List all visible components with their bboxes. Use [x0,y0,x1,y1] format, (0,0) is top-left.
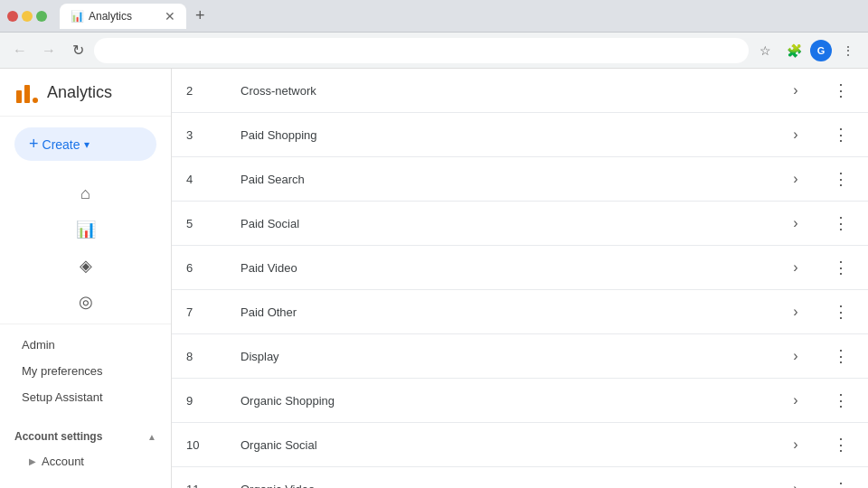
row-more-button[interactable]: ⋮ [828,166,854,192]
row-expand-cell[interactable]: › [778,246,814,290]
row-more-button[interactable]: ⋮ [828,476,854,488]
plus-icon: + [29,135,39,154]
chevron-right-icon[interactable]: › [793,215,797,230]
row-expand-cell[interactable]: › [778,423,814,467]
table-row[interactable]: 5Paid Social›⋮ [172,202,868,246]
chevron-right-icon[interactable]: › [793,304,797,319]
row-expand-cell[interactable]: › [778,290,814,334]
table-row[interactable]: 10Organic Social›⋮ [172,423,868,467]
browser-chrome: 📊 Analytics ✕ + [0,0,868,33]
more-options-icon[interactable]: ⋮ [835,38,861,63]
row-expand-cell[interactable]: › [778,379,814,423]
sidebar-explore-icon[interactable]: ◈ [68,248,104,284]
row-more-button[interactable]: ⋮ [828,211,854,236]
table-row[interactable]: 11Organic Video›⋮ [172,467,868,489]
row-number: 3 [172,113,226,157]
new-tab-button[interactable]: + [190,5,211,27]
chevron-right-icon[interactable]: › [793,82,797,98]
table-row[interactable]: 9Organic Shopping›⋮ [172,379,868,423]
row-menu-cell[interactable]: ⋮ [814,379,868,423]
table-row[interactable]: 8Display›⋮ [172,334,868,379]
row-expand-cell[interactable]: › [778,69,814,113]
row-menu-cell[interactable]: ⋮ [814,290,868,334]
tab-close-icon[interactable]: ✕ [165,9,175,23]
row-menu-cell[interactable]: ⋮ [814,113,868,157]
row-menu-cell[interactable]: ⋮ [814,157,868,202]
row-menu-cell[interactable]: ⋮ [814,202,868,246]
chevron-right-icon[interactable]: › [793,127,797,142]
row-menu-cell[interactable]: ⋮ [814,334,868,379]
sidebar-home-icon[interactable]: ⌂ [68,175,104,211]
row-more-button[interactable]: ⋮ [828,255,854,280]
table-row[interactable]: 7Paid Other›⋮ [172,290,868,334]
row-menu-cell[interactable]: ⋮ [814,246,868,290]
chevron-right-icon[interactable]: › [793,259,797,275]
tab-title: Analytics [89,10,132,23]
address-bar[interactable] [94,38,749,63]
svg-rect-0 [16,90,22,103]
table-row[interactable]: 2Cross-network›⋮ [172,69,868,113]
reload-button[interactable]: ↻ [65,38,90,63]
row-expand-cell[interactable]: › [778,334,814,379]
row-more-button[interactable]: ⋮ [828,122,854,147]
back-button[interactable]: ← [7,38,33,63]
minimize-button[interactable] [22,11,33,22]
row-expand-cell[interactable]: › [778,113,814,157]
row-number: 9 [172,379,226,423]
chevron-right-icon[interactable]: › [793,392,797,408]
channel-name: Display [226,334,778,379]
row-more-button[interactable]: ⋮ [828,299,854,324]
chevron-down-icon: ▾ [84,138,90,151]
row-number: 5 [172,202,226,246]
row-more-button[interactable]: ⋮ [828,388,854,413]
row-number: 10 [172,423,226,467]
account-settings-header[interactable]: Account settings ▲ [0,425,171,448]
row-expand-cell[interactable]: › [778,467,814,489]
chevron-right-icon[interactable]: › [793,171,797,186]
create-button[interactable]: + Create ▾ [14,127,156,161]
channel-name: Organic Social [226,423,778,467]
user-avatar[interactable]: G [810,40,832,61]
channel-name: Paid Search [226,157,778,202]
row-menu-cell[interactable]: ⋮ [814,467,868,489]
row-more-button[interactable]: ⋮ [828,343,854,369]
forward-button[interactable]: → [36,38,61,63]
channel-name: Cross-network [226,69,778,113]
chevron-right-icon[interactable]: › [793,481,797,488]
sidebar-item-admin[interactable]: Admin [0,332,171,358]
sidebar-admin-section: Admin My preferences Setup Assistant [0,324,171,418]
row-more-button[interactable]: ⋮ [828,78,854,103]
ga-logo-icon [14,80,40,105]
active-tab[interactable]: 📊 Analytics ✕ [60,4,186,29]
chevron-right-icon[interactable]: › [793,436,797,452]
channel-name: Paid Other [226,290,778,334]
channels-table: 2Cross-network›⋮3Paid Shopping›⋮4Paid Se… [172,69,868,488]
tab-favicon: 📊 [71,10,83,23]
sidebar-item-preferences[interactable]: My preferences [0,358,171,384]
row-expand-cell[interactable]: › [778,202,814,246]
account-expand-icon: ▶ [29,456,36,466]
maximize-button[interactable] [36,11,47,22]
row-more-button[interactable]: ⋮ [828,432,854,457]
tab-bar: 📊 Analytics ✕ + [60,4,861,29]
sidebar-item-account[interactable]: ▶ Account [0,448,171,474]
row-menu-cell[interactable]: ⋮ [814,69,868,113]
sidebar-advertising-icon[interactable]: ◎ [68,284,104,320]
row-number: 7 [172,290,226,334]
preferences-label: My preferences [22,364,103,378]
window-buttons [7,11,47,22]
close-button[interactable] [7,11,18,22]
chevron-right-icon[interactable]: › [793,348,797,363]
row-number: 2 [172,69,226,113]
row-number: 4 [172,157,226,202]
table-row[interactable]: 4Paid Search›⋮ [172,157,868,202]
table-row[interactable]: 3Paid Shopping›⋮ [172,113,868,157]
row-menu-cell[interactable]: ⋮ [814,423,868,467]
sidebar-reports-icon[interactable]: 📊 [68,211,104,248]
table-row[interactable]: 6Paid Video›⋮ [172,246,868,290]
row-expand-cell[interactable]: › [778,157,814,202]
bookmark-icon[interactable]: ☆ [752,38,778,63]
sidebar: Analytics + Create ▾ ⌂ 📊 ◈ ◎ Admin My pr… [0,69,172,488]
sidebar-item-setup[interactable]: Setup Assistant [0,384,171,410]
extensions-icon[interactable]: 🧩 [781,38,807,63]
